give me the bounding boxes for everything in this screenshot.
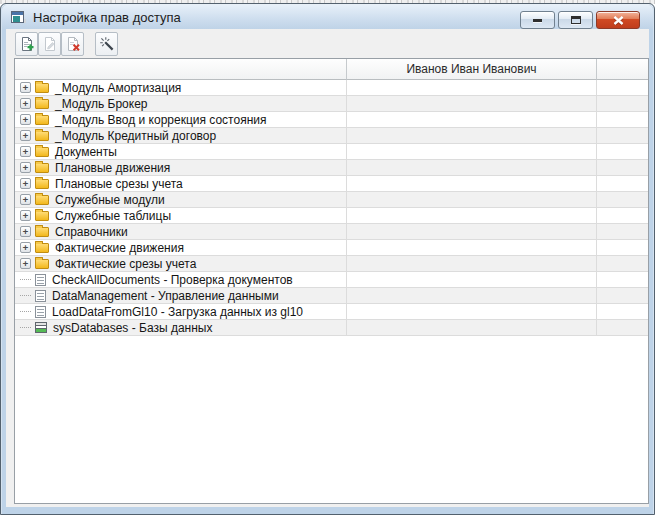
tree-cell[interactable]: +_Модуль Брокер bbox=[15, 96, 347, 111]
table-row[interactable]: +Документы bbox=[15, 144, 648, 160]
expand-icon[interactable]: + bbox=[20, 114, 31, 125]
table-row[interactable]: +Служебные модули bbox=[15, 192, 648, 208]
tree-cell[interactable]: DataManagement - Управление данными bbox=[15, 288, 347, 303]
maximize-button[interactable] bbox=[558, 11, 593, 29]
expand-icon[interactable]: + bbox=[20, 98, 31, 109]
table-row[interactable]: +Служебные таблицы bbox=[15, 208, 648, 224]
expand-icon[interactable]: + bbox=[20, 146, 31, 157]
table-row[interactable]: LoadDataFromGl10 - Загрузка данных из gl… bbox=[15, 304, 648, 320]
form-icon bbox=[11, 11, 26, 24]
folder-icon bbox=[35, 99, 49, 109]
tree-cell[interactable]: +Документы bbox=[15, 144, 347, 159]
table-row[interactable]: DataManagement - Управление данными bbox=[15, 288, 648, 304]
tree-cell[interactable]: +_Модуль Ввод и коррекция состояния bbox=[15, 112, 347, 127]
permission-cell[interactable] bbox=[347, 96, 597, 111]
maximize-icon bbox=[571, 16, 581, 24]
tree-cell[interactable]: +Служебные таблицы bbox=[15, 208, 347, 223]
permission-cell[interactable] bbox=[347, 128, 597, 143]
folder-icon bbox=[35, 131, 49, 141]
window-controls bbox=[520, 11, 640, 29]
expand-icon[interactable]: + bbox=[20, 162, 31, 173]
tree-cell[interactable]: +Плановые срезы учета bbox=[15, 176, 347, 191]
folder-icon bbox=[35, 211, 49, 221]
close-button[interactable] bbox=[596, 11, 640, 29]
expand-icon[interactable]: + bbox=[20, 194, 31, 205]
user-column-header[interactable]: Иванов Иван Иванович bbox=[347, 59, 597, 80]
table-row[interactable]: +Плановые срезы учета bbox=[15, 176, 648, 192]
permission-cell[interactable] bbox=[347, 224, 597, 239]
tree-cell[interactable]: +Справочники bbox=[15, 224, 347, 239]
row-label: Плановые движения bbox=[55, 161, 170, 175]
table-header: Иванов Иван Иванович bbox=[15, 59, 648, 80]
expand-icon[interactable]: + bbox=[20, 178, 31, 189]
tree-column-header[interactable] bbox=[15, 59, 347, 80]
row-label: Фактические движения bbox=[55, 241, 184, 255]
row-label: Служебные таблицы bbox=[55, 209, 171, 223]
permission-cell[interactable] bbox=[347, 208, 597, 223]
folder-icon bbox=[35, 179, 49, 189]
minimize-button[interactable] bbox=[520, 11, 555, 29]
permission-cell[interactable] bbox=[347, 288, 597, 303]
document-add-icon bbox=[19, 36, 35, 52]
row-label: sysDatabases - Базы данных bbox=[53, 321, 212, 335]
document-icon bbox=[35, 290, 46, 302]
permission-cell[interactable] bbox=[347, 320, 597, 335]
permission-cell[interactable] bbox=[347, 304, 597, 319]
folder-icon bbox=[35, 195, 49, 205]
tree-cell[interactable]: LoadDataFromGl10 - Загрузка данных из gl… bbox=[15, 304, 347, 319]
expand-icon[interactable]: + bbox=[20, 242, 31, 253]
expand-icon[interactable]: + bbox=[20, 226, 31, 237]
row-label: Документы bbox=[55, 145, 117, 159]
minimize-icon bbox=[533, 19, 542, 22]
tree-cell[interactable]: +Фактические движения bbox=[15, 240, 347, 255]
delete-permission-button[interactable] bbox=[61, 32, 84, 56]
tree-cell[interactable]: +Служебные модули bbox=[15, 192, 347, 207]
expand-icon[interactable]: + bbox=[20, 210, 31, 221]
table-row[interactable]: +Фактические движения bbox=[15, 240, 648, 256]
row-label: _Модуль Брокер bbox=[55, 97, 148, 111]
row-label: DataManagement - Управление данными bbox=[52, 289, 279, 303]
table-row[interactable]: +_Модуль Ввод и коррекция состояния bbox=[15, 112, 648, 128]
edit-permission-button[interactable] bbox=[38, 32, 61, 56]
folder-icon bbox=[35, 83, 49, 93]
permission-cell[interactable] bbox=[347, 80, 597, 95]
table-row[interactable]: +_Модуль Брокер bbox=[15, 96, 648, 112]
wizard-button[interactable] bbox=[95, 32, 118, 56]
table-row[interactable]: +Плановые движения bbox=[15, 160, 648, 176]
row-label: CheckAllDocuments - Проверка документов bbox=[52, 273, 293, 287]
table-row[interactable]: sysDatabases - Базы данных bbox=[15, 320, 648, 336]
expand-icon[interactable]: + bbox=[20, 130, 31, 141]
tree-cell[interactable]: +_Модуль Кредитный договор bbox=[15, 128, 347, 143]
close-icon bbox=[613, 16, 624, 25]
document-delete-icon bbox=[65, 36, 81, 52]
add-permission-button[interactable] bbox=[15, 32, 38, 56]
row-label: Плановые срезы учета bbox=[55, 177, 183, 191]
permission-cell[interactable] bbox=[347, 272, 597, 287]
permission-cell[interactable] bbox=[347, 256, 597, 271]
document-edit-icon bbox=[42, 36, 58, 52]
row-label: Справочники bbox=[55, 225, 128, 239]
expand-icon[interactable]: + bbox=[20, 82, 31, 93]
client-area: Иванов Иван Иванович +_Модуль Амортизаци… bbox=[6, 29, 649, 507]
access-rights-window: Настройка прав доступа bbox=[0, 3, 655, 515]
permission-cell[interactable] bbox=[347, 160, 597, 175]
table-row[interactable]: +_Модуль Амортизация bbox=[15, 80, 648, 96]
table-row[interactable]: +Справочники bbox=[15, 224, 648, 240]
tree-cell[interactable]: +Плановые движения bbox=[15, 160, 347, 175]
table-row[interactable]: +Фактические срезы учета bbox=[15, 256, 648, 272]
tree-cell[interactable]: sysDatabases - Базы данных bbox=[15, 320, 347, 335]
expand-icon[interactable]: + bbox=[20, 258, 31, 269]
permission-cell[interactable] bbox=[347, 240, 597, 255]
tree-cell[interactable]: CheckAllDocuments - Проверка документов bbox=[15, 272, 347, 287]
document-icon bbox=[35, 274, 46, 286]
permission-cell[interactable] bbox=[347, 112, 597, 127]
toolbar bbox=[15, 31, 118, 57]
permission-cell[interactable] bbox=[347, 192, 597, 207]
table-row[interactable]: +_Модуль Кредитный договор bbox=[15, 128, 648, 144]
permission-cell[interactable] bbox=[347, 144, 597, 159]
tree-cell[interactable]: +Фактические срезы учета bbox=[15, 256, 347, 271]
tree-cell[interactable]: +_Модуль Амортизация bbox=[15, 80, 347, 95]
permission-cell[interactable] bbox=[347, 176, 597, 191]
table-row[interactable]: CheckAllDocuments - Проверка документов bbox=[15, 272, 648, 288]
tree-line bbox=[20, 279, 31, 280]
